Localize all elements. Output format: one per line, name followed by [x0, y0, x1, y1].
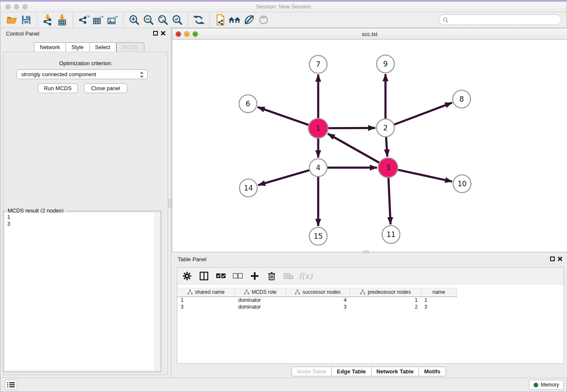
tab-node-table[interactable]: Node Table — [292, 367, 332, 376]
graph-node-14[interactable]: 14 — [239, 179, 257, 197]
network-frame-titlebar[interactable]: x – + scc.txt — [172, 28, 567, 40]
close-table-panel-icon[interactable] — [557, 256, 563, 262]
refresh-button[interactable] — [192, 14, 206, 26]
zoom-fit-button[interactable] — [156, 14, 170, 26]
graph-edge-2-3[interactable] — [386, 137, 387, 157]
optimization-criterion-select[interactable]: strongly connected component — [17, 69, 148, 79]
table-row[interactable]: 1 dominator 4 1 1 — [177, 297, 457, 304]
import-table-button[interactable] — [55, 14, 69, 26]
export-network-button[interactable] — [77, 14, 91, 26]
export-image-button[interactable] — [105, 14, 120, 26]
graph-node-label: 9 — [383, 60, 388, 68]
cell-name[interactable]: 3 — [421, 304, 457, 310]
add-column-button[interactable] — [249, 271, 260, 282]
cell-predecessor-nodes[interactable]: 1 — [350, 297, 421, 304]
table-row[interactable]: 3 dominator 3 2 3 — [177, 304, 457, 310]
tab-network[interactable]: Network — [34, 42, 66, 52]
graph-node-10[interactable]: 10 — [453, 175, 471, 193]
search-input[interactable] — [449, 17, 550, 23]
column-header-shared-name[interactable]: shared name — [177, 288, 235, 297]
cell-shared-name[interactable]: 3 — [177, 304, 235, 310]
column-header-mcds-role[interactable]: MCDS role — [235, 288, 286, 297]
tab-edge-table[interactable]: Edge Table — [332, 367, 371, 376]
cell-successor-nodes[interactable]: 3 — [286, 304, 350, 310]
run-mcds-button[interactable]: Run MCDS — [38, 83, 78, 93]
eye-button[interactable] — [256, 14, 271, 26]
graph-node-8[interactable]: 8 — [453, 90, 471, 108]
hierarchy-icon — [244, 290, 249, 295]
trash-icon — [267, 271, 276, 281]
delete-column-button[interactable] — [266, 271, 277, 282]
graph-node-7[interactable]: 7 — [309, 55, 327, 73]
graph-node-6[interactable]: 6 — [239, 95, 257, 113]
tab-select[interactable]: Select — [90, 42, 116, 52]
hierarchy-icon — [187, 290, 193, 295]
task-history-button[interactable] — [5, 380, 17, 390]
import-network-icon — [42, 14, 53, 26]
mcds-result-text[interactable]: 1 3 — [5, 213, 160, 370]
deselect-all-button[interactable] — [232, 271, 243, 282]
list-icon — [7, 382, 15, 388]
graph-edge-1-6[interactable] — [258, 107, 309, 125]
graph-edge-3-10[interactable] — [398, 170, 452, 182]
float-table-panel-icon[interactable] — [550, 257, 555, 261]
result-scrollbar[interactable] — [154, 213, 160, 370]
graph-node-4[interactable]: 4 — [309, 159, 327, 177]
tab-mcds[interactable]: MCDS — [116, 42, 144, 52]
cell-mcds-role[interactable]: dominator — [235, 297, 286, 304]
graph-node-1[interactable]: 1 — [308, 119, 328, 138]
toolbar-separator — [209, 14, 210, 26]
network-graph[interactable]: 7968124314101511 — [172, 40, 567, 252]
cell-successor-nodes[interactable]: 4 — [286, 297, 350, 304]
delete-table-button[interactable] — [283, 271, 294, 282]
graph-edge-3-11[interactable] — [388, 178, 391, 224]
graph-node-11[interactable]: 11 — [382, 226, 400, 243]
frame-resize-handle[interactable] — [363, 251, 369, 253]
tab-network-table[interactable]: Network Table — [372, 367, 419, 376]
table-tabs: Node Table Edge Table Network Table Moti… — [292, 367, 446, 376]
memory-button[interactable]: Memory — [529, 380, 564, 390]
close-panel-button[interactable]: Close panel — [84, 83, 127, 93]
graph-node-label: 2 — [383, 124, 388, 132]
deselect-all-icon — [233, 273, 243, 279]
graph-edge-3-1[interactable] — [328, 134, 379, 163]
close-panel-icon[interactable] — [160, 30, 166, 36]
tab-style[interactable]: Style — [66, 42, 90, 52]
column-header-name[interactable]: name — [421, 288, 457, 297]
cell-shared-name[interactable]: 1 — [177, 297, 235, 304]
graph-edge-2-8[interactable] — [394, 102, 452, 124]
graph-edge-4-14[interactable] — [258, 170, 309, 185]
save-session-button[interactable] — [19, 14, 33, 26]
home-fit-button[interactable] — [228, 14, 242, 26]
open-session-icon — [6, 15, 18, 25]
zoom-in-button[interactable] — [127, 14, 141, 26]
network-view[interactable]: 7968124314101511 — [172, 40, 567, 252]
split-pane-divider[interactable] — [168, 199, 172, 207]
clone-network-button[interactable] — [213, 14, 228, 26]
graph-node-2[interactable]: 2 — [377, 119, 394, 137]
cell-name[interactable]: 1 — [421, 297, 457, 304]
tab-motifs[interactable]: Motifs — [419, 367, 446, 376]
graph-node-3[interactable]: 3 — [378, 158, 398, 177]
gear-button[interactable] — [182, 271, 193, 282]
zoom-out-button[interactable] — [141, 14, 156, 26]
cell-mcds-role[interactable]: dominator — [235, 304, 286, 310]
graph-edge-1-2[interactable] — [328, 128, 375, 128]
show-columns-button[interactable] — [198, 271, 209, 282]
zoom-selected-button[interactable] — [170, 14, 184, 26]
column-header-successor-nodes[interactable]: successor nodes — [286, 288, 350, 297]
graph-node-15[interactable]: 15 — [309, 227, 327, 245]
import-network-button[interactable] — [41, 14, 55, 26]
function-button[interactable]: f(x) — [300, 271, 311, 282]
select-all-button[interactable] — [215, 271, 226, 282]
open-session-button[interactable] — [5, 14, 19, 26]
graph-node-9[interactable]: 9 — [377, 55, 394, 73]
cell-predecessor-nodes[interactable]: 2 — [350, 304, 421, 310]
column-header-predecessor-nodes[interactable]: predecessor nodes — [350, 288, 421, 297]
export-table-button[interactable] — [91, 14, 105, 26]
float-panel-icon[interactable] — [153, 31, 158, 36]
optimization-criterion-label: Optimization criterion: — [0, 60, 171, 66]
search-field[interactable] — [439, 14, 561, 25]
eye-icon — [258, 15, 270, 25]
style-brush-button[interactable] — [242, 14, 256, 26]
